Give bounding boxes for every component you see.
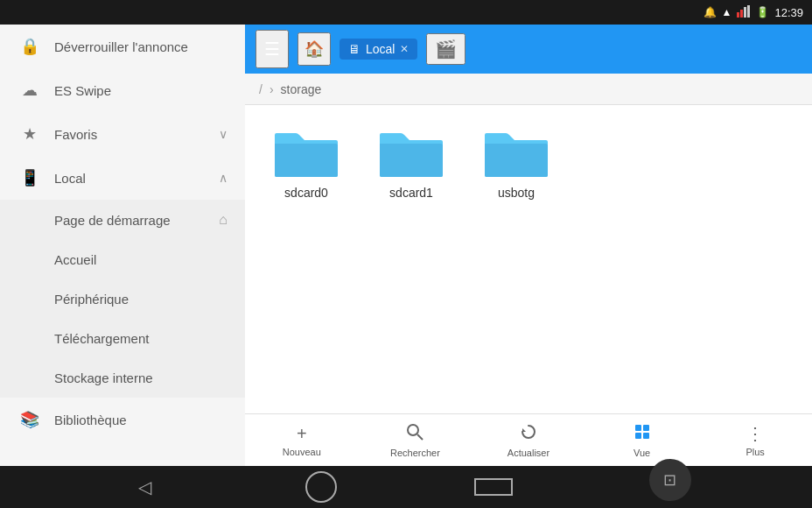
file-grid: sdcard0 sdcard1 bbox=[245, 105, 812, 413]
sidebar-item-accueil[interactable]: Accueil bbox=[0, 240, 245, 279]
sidebar-label-favoris: Favoris bbox=[54, 127, 219, 142]
home-button[interactable]: 🏠 bbox=[298, 32, 331, 66]
sidebar-label-peripherique: Périphérique bbox=[54, 292, 129, 307]
file-label-sdcard0: sdcard0 bbox=[284, 186, 328, 200]
breadcrumb-path: storage bbox=[281, 82, 322, 96]
toolbar-rechercher-button[interactable]: Rechercher bbox=[359, 414, 472, 466]
file-item-usbotg[interactable]: usbotg bbox=[481, 123, 551, 200]
bottom-toolbar: + Nouveau Rechercher bbox=[245, 413, 812, 466]
plus-icon: + bbox=[297, 424, 307, 444]
sidebar-label-telechargement: Téléchargement bbox=[54, 331, 149, 346]
svg-point-4 bbox=[408, 425, 418, 435]
file-label-sdcard1: sdcard1 bbox=[389, 186, 433, 200]
toolbar-actualiser-button[interactable]: Actualiser bbox=[472, 414, 585, 466]
sidebar-label-esswipe: ES Swipe bbox=[54, 83, 228, 98]
toolbar-nouveau-button[interactable]: + Nouveau bbox=[245, 414, 359, 466]
chevron-down-icon: ∨ bbox=[219, 127, 228, 141]
sidebar-label-bibliotheque: Bibliothèque bbox=[54, 413, 228, 427]
home-nav-button[interactable] bbox=[305, 471, 337, 503]
hamburger-button[interactable]: ☰ bbox=[256, 30, 289, 68]
status-time: 12:39 bbox=[774, 6, 803, 19]
file-label-usbotg: usbotg bbox=[498, 186, 535, 200]
bell-icon: 🔔 bbox=[704, 6, 717, 18]
sidebar-item-bibliotheque[interactable]: 📚 Bibliothèque bbox=[0, 398, 245, 441]
recent-button[interactable] bbox=[474, 478, 513, 496]
svg-rect-9 bbox=[635, 433, 641, 439]
content-area: ☰ 🏠 🖥 Local ✕ 🎬 / › storage bbox=[245, 25, 812, 466]
svg-rect-8 bbox=[643, 425, 649, 431]
battery-icon: 🔋 bbox=[756, 6, 769, 18]
svg-rect-0 bbox=[737, 12, 739, 18]
star-icon: ★ bbox=[18, 124, 42, 144]
chevron-up-icon: ∧ bbox=[219, 171, 228, 185]
signal-icon bbox=[737, 5, 751, 20]
svg-rect-10 bbox=[643, 433, 649, 439]
toolbar-plus-label: Plus bbox=[746, 447, 764, 457]
add-tab-button[interactable]: 🎬 bbox=[426, 33, 466, 65]
toolbar-plus-button[interactable]: ⋮ Plus bbox=[698, 414, 812, 466]
sidebar-item-unlock[interactable]: 🔒 Déverrouiller l'annonce bbox=[0, 25, 245, 68]
sidebar-label-unlock: Déverrouiller l'annonce bbox=[54, 39, 228, 54]
svg-rect-2 bbox=[744, 7, 746, 18]
wifi-icon: ▲ bbox=[722, 6, 732, 18]
scanner-button[interactable]: ⊡ bbox=[649, 459, 691, 501]
main-container: 🔒 Déverrouiller l'annonce ☁ ES Swipe ★ F… bbox=[0, 25, 812, 466]
svg-rect-7 bbox=[635, 425, 641, 431]
sidebar-item-esswipe[interactable]: ☁ ES Swipe bbox=[0, 68, 245, 112]
home-icon: ⌂ bbox=[219, 212, 228, 228]
breadcrumb: / › storage bbox=[245, 74, 812, 105]
local-tab[interactable]: 🖥 Local ✕ bbox=[340, 39, 417, 60]
folder-icon-sdcard1 bbox=[376, 123, 446, 179]
svg-line-5 bbox=[417, 434, 423, 440]
cloud-icon: ☁ bbox=[18, 81, 42, 100]
sidebar-label-stockage-interne: Stockage interne bbox=[54, 370, 153, 385]
tab-label: Local bbox=[366, 42, 395, 56]
grid-icon bbox=[634, 423, 651, 445]
back-button[interactable]: ◁ bbox=[121, 469, 169, 504]
sidebar-label-accueil: Accueil bbox=[54, 252, 96, 267]
tab-icon: 🖥 bbox=[348, 42, 360, 56]
sidebar: 🔒 Déverrouiller l'annonce ☁ ES Swipe ★ F… bbox=[0, 25, 245, 466]
svg-marker-6 bbox=[522, 428, 526, 432]
sidebar-item-peripherique[interactable]: Périphérique bbox=[0, 279, 245, 319]
file-item-sdcard0[interactable]: sdcard0 bbox=[271, 123, 341, 200]
search-icon bbox=[406, 423, 424, 445]
top-bar: ☰ 🏠 🖥 Local ✕ 🎬 bbox=[245, 25, 812, 74]
toolbar-rechercher-label: Rechercher bbox=[390, 448, 440, 458]
svg-rect-3 bbox=[747, 5, 750, 18]
svg-rect-1 bbox=[740, 10, 743, 18]
sidebar-label-page-demarrage: Page de démarrage bbox=[54, 213, 171, 228]
scanner-icon: ⊡ bbox=[663, 470, 676, 490]
tab-close-icon[interactable]: ✕ bbox=[400, 43, 409, 55]
breadcrumb-separator: / bbox=[259, 82, 262, 96]
phone-icon: 📱 bbox=[18, 168, 42, 187]
library-icon: 📚 bbox=[18, 410, 42, 429]
android-nav-bar: ◁ ⊡ bbox=[0, 466, 812, 508]
folder-icon-sdcard0 bbox=[271, 123, 341, 179]
toolbar-vue-button[interactable]: Vue bbox=[585, 414, 699, 466]
sidebar-item-telechargement[interactable]: Téléchargement bbox=[0, 319, 245, 358]
sidebar-item-stockage-interne[interactable]: Stockage interne bbox=[0, 358, 245, 398]
sidebar-item-local[interactable]: 📱 Local ∧ bbox=[0, 156, 245, 200]
folder-icon-usbotg bbox=[481, 123, 551, 179]
toolbar-actualiser-label: Actualiser bbox=[508, 448, 550, 458]
sidebar-item-page-demarrage[interactable]: Page de démarrage ⌂ bbox=[0, 200, 245, 240]
sidebar-label-local: Local bbox=[54, 171, 219, 186]
sidebar-item-favoris[interactable]: ★ Favoris ∨ bbox=[0, 112, 245, 156]
file-item-sdcard1[interactable]: sdcard1 bbox=[376, 123, 446, 200]
lock-icon: 🔒 bbox=[18, 37, 42, 56]
toolbar-nouveau-label: Nouveau bbox=[283, 447, 321, 457]
more-icon: ⋮ bbox=[746, 423, 764, 444]
status-bar: 🔔 ▲ 🔋 12:39 bbox=[0, 0, 812, 25]
toolbar-vue-label: Vue bbox=[634, 448, 650, 458]
breadcrumb-chevron: › bbox=[270, 82, 274, 96]
refresh-icon bbox=[520, 423, 537, 445]
